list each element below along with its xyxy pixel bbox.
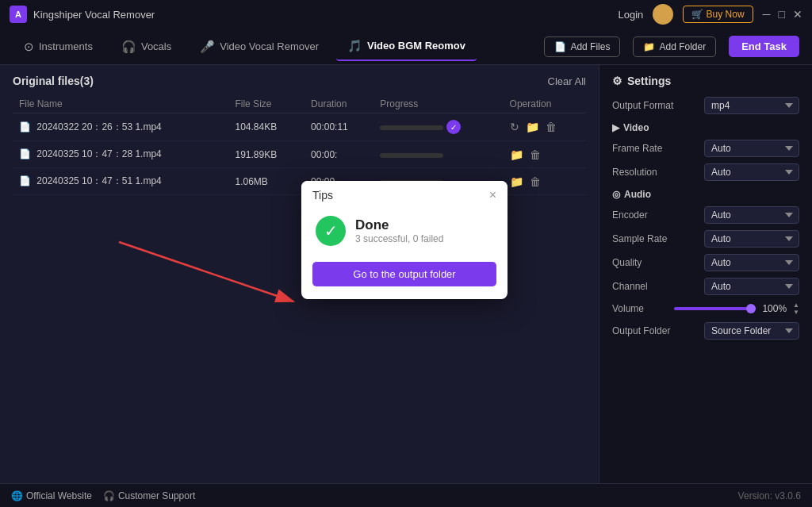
done-text: Done xyxy=(355,217,443,233)
encoder-label: Encoder xyxy=(612,209,668,221)
tips-dialog: Tips × ✓ Done 3 successful, 0 failed Go … xyxy=(301,181,508,299)
nav-item-instruments[interactable]: ⊙ Instruments xyxy=(13,33,104,60)
minimize-icon[interactable]: ─ xyxy=(763,8,771,21)
file-size-cell: 191.89KB xyxy=(228,141,304,168)
nav-item-video-bgm-label: Video BGM Reomov xyxy=(367,40,465,52)
output-folder-select[interactable]: Source Folder xyxy=(704,322,799,340)
encoder-row: Encoder Auto xyxy=(612,206,799,224)
title-bar-right: Login 🛒 Buy Now ─ □ ✕ xyxy=(618,4,802,25)
sample-rate-select[interactable]: Auto xyxy=(704,230,799,248)
channel-select[interactable]: Auto xyxy=(704,278,799,295)
table-row: 📄 20240322 20：26：53 1.mp4 104.84KB 00:00… xyxy=(13,113,586,141)
version-info: Version: v3.0.6 xyxy=(738,490,801,501)
file-duration-cell: 00:00:11 xyxy=(304,113,373,141)
progress-bar-wrap xyxy=(380,153,443,158)
frame-rate-label: Frame Rate xyxy=(612,143,668,154)
frame-rate-select[interactable]: Auto xyxy=(704,140,799,157)
video-bgm-icon: 🎵 xyxy=(347,39,362,53)
col-filename: File Name xyxy=(13,95,228,113)
avatar xyxy=(653,4,673,25)
tips-text-block: Done 3 successful, 0 failed xyxy=(355,217,443,244)
tips-body: ✓ Done 3 successful, 0 failed xyxy=(301,206,508,259)
left-panel: Original files(3) Clear All File Name Fi… xyxy=(0,65,599,483)
volume-up-icon[interactable]: ▲ xyxy=(793,302,799,309)
nav-item-instruments-label: Instruments xyxy=(39,40,93,52)
add-folder-icon: 📁 xyxy=(643,41,655,52)
table-row: 📄 20240325 10：47：28 1.mp4 191.89KB 00:00… xyxy=(13,141,586,168)
nav-item-video-vocal-label: Video Vocal Remover xyxy=(220,40,319,52)
volume-arrows: ▲ ▼ xyxy=(793,302,799,316)
output-format-label: Output Format xyxy=(612,100,673,111)
status-bar: 🌐 Official Website 🎧 Customer Support Ve… xyxy=(0,483,812,507)
col-operation: Operation xyxy=(504,95,586,113)
op-icons: 📁 🗑 xyxy=(510,175,580,188)
add-files-button[interactable]: 📄 Add Files xyxy=(544,36,620,57)
folder-icon[interactable]: 📁 xyxy=(510,148,523,161)
goto-output-button[interactable]: Go to the output folder xyxy=(312,262,496,286)
tips-close-button[interactable]: × xyxy=(489,189,496,202)
customer-support-link[interactable]: 🎧 Customer Support xyxy=(103,490,195,501)
col-duration: Duration xyxy=(304,95,373,113)
add-folder-button[interactable]: 📁 Add Folder xyxy=(633,36,716,57)
frame-rate-row: Frame Rate Auto xyxy=(612,140,799,157)
done-sub-text: 3 successful, 0 failed xyxy=(355,233,443,244)
tips-title: Tips xyxy=(312,189,333,202)
folder-icon[interactable]: 📁 xyxy=(510,175,523,188)
file-icon: 📄 xyxy=(19,121,31,133)
file-name-cell: 📄 20240325 10：47：28 1.mp4 xyxy=(13,141,228,168)
encoder-select[interactable]: Auto xyxy=(704,206,799,224)
nav-item-vocals[interactable]: 🎧 Vocals xyxy=(110,33,182,60)
delete-icon[interactable]: 🗑 xyxy=(546,121,557,133)
sample-rate-label: Sample Rate xyxy=(612,233,668,244)
settings-title: ⚙ Settings xyxy=(612,75,799,87)
audio-section-title: ◎ Audio xyxy=(612,189,799,200)
clear-all-button[interactable]: Clear All xyxy=(548,75,586,87)
right-panel: ⚙ Settings Output Format mp4 ▶ Video Fra… xyxy=(599,65,812,483)
delete-icon[interactable]: 🗑 xyxy=(530,175,541,188)
login-button[interactable]: Login xyxy=(618,9,643,21)
file-name-cell: 📄 20240325 10：47：51 1.mp4 xyxy=(13,168,228,195)
tips-footer: Go to the output folder xyxy=(301,259,508,299)
nav-bar: ⊙ Instruments 🎧 Vocals 🎤 Video Vocal Rem… xyxy=(0,29,812,65)
output-format-select[interactable]: mp4 xyxy=(704,97,799,114)
quality-row: Quality Auto xyxy=(612,254,799,271)
app-logo: A xyxy=(10,6,27,23)
volume-thumb[interactable] xyxy=(746,304,756,313)
nav-item-video-bgm[interactable]: 🎵 Video BGM Reomov xyxy=(336,33,477,61)
quality-select[interactable]: Auto xyxy=(704,254,799,271)
file-progress-cell xyxy=(373,141,503,168)
refresh-icon[interactable]: ↻ xyxy=(510,121,519,133)
done-icon: ✓ xyxy=(316,216,346,246)
folder-icon[interactable]: 📁 xyxy=(526,121,539,133)
volume-down-icon[interactable]: ▼ xyxy=(793,309,799,316)
title-bar: A Kingshiper Vocal Remover Login 🛒 Buy N… xyxy=(0,0,812,29)
volume-slider[interactable] xyxy=(674,307,756,310)
volume-row: Volume 100% ▲ ▼ xyxy=(612,302,799,316)
volume-slider-fill xyxy=(674,307,756,310)
delete-icon[interactable]: 🗑 xyxy=(530,148,541,161)
file-op-cell: 📁 🗑 xyxy=(504,141,586,168)
volume-label: Volume xyxy=(612,303,668,314)
instruments-icon: ⊙ xyxy=(24,40,34,54)
output-format-row: Output Format mp4 xyxy=(612,97,799,114)
output-folder-row: Output Folder Source Folder xyxy=(612,322,799,340)
nav-item-video-vocal-remover[interactable]: 🎤 Video Vocal Remover xyxy=(189,33,330,60)
file-name-cell: 📄 20240322 20：26：53 1.mp4 xyxy=(13,113,228,141)
settings-gear-icon: ⚙ xyxy=(612,75,622,87)
maximize-icon[interactable]: □ xyxy=(779,8,785,21)
buy-now-button[interactable]: 🛒 Buy Now xyxy=(683,6,753,23)
end-task-button[interactable]: End Task xyxy=(729,36,799,57)
file-icon: 📄 xyxy=(19,175,31,186)
vocals-icon: 🎧 xyxy=(121,40,136,54)
file-size-cell: 104.84KB xyxy=(228,113,304,141)
close-icon[interactable]: ✕ xyxy=(793,8,802,21)
sample-rate-row: Sample Rate Auto xyxy=(612,230,799,248)
audio-icon: ◎ xyxy=(612,189,620,200)
channel-label: Channel xyxy=(612,281,668,292)
nav-item-vocals-label: Vocals xyxy=(141,40,171,52)
resolution-select[interactable]: Auto xyxy=(704,163,799,181)
volume-value: 100% xyxy=(762,303,787,314)
official-website-link[interactable]: 🌐 Official Website xyxy=(11,490,92,501)
file-duration-cell: 00:00: xyxy=(304,141,373,168)
done-check: ✓ xyxy=(446,120,461,134)
